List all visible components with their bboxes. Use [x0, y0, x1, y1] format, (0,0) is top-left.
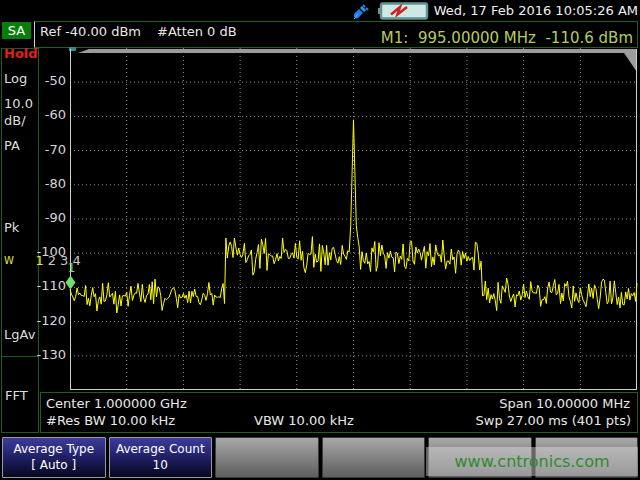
y-axis-tick-label: -120: [34, 313, 66, 328]
scale-type-label: Log: [4, 71, 27, 86]
ref-level-label: Ref -40.00 dBm: [40, 24, 141, 39]
top-status-bar: Wed, 17 Feb 2016 10:05:26 AM: [0, 0, 640, 21]
datetime-label: Wed, 17 Feb 2016 10:05:26 AM: [434, 3, 638, 18]
softkey-blank-3[interactable]: [215, 437, 319, 478]
graticule-top-band: [78, 49, 637, 53]
battery-ac-icon: [377, 2, 429, 20]
y-axis-tick-label: -130: [34, 347, 66, 362]
frequency-annotation-box: Center 1.000000 GHz Span 10.00000 MHz #R…: [40, 392, 638, 433]
scale-value-label: 10.0: [4, 96, 33, 111]
y-axis-tick-label: -110: [34, 278, 66, 293]
y-axis-tick-label: -80: [34, 176, 66, 191]
res-bw-label: #Res BW 10.00 kHz: [46, 413, 175, 428]
average-type-label: LgAv: [4, 327, 35, 342]
softkey-value: 10: [110, 457, 212, 473]
span-label: Span 10.00000 MHz: [499, 396, 630, 411]
header-readout-box: Ref -40.00 dBm #Atten 0 dB M1: 995.00000…: [34, 21, 638, 48]
softkey-average-count[interactable]: Average Count 10: [109, 437, 213, 478]
y-axis-tick-label: -100: [34, 244, 66, 259]
y-axis-tick-label: -70: [34, 142, 66, 157]
preamp-label: PA: [4, 138, 20, 153]
y-axis-tick-label: -90: [34, 210, 66, 225]
detector-label: Pk: [4, 220, 19, 235]
y-axis-tick-label: -60: [34, 107, 66, 122]
sweep-hold-label: Hold: [4, 46, 38, 61]
mode-badge-sa: SA: [2, 22, 31, 39]
softkey-average-type[interactable]: Average Type [ Auto ]: [2, 437, 106, 478]
center-frequency-label: Center 1.000000 GHz: [46, 396, 187, 411]
softkey-blank-4[interactable]: [322, 437, 426, 478]
marker-number-label: 1: [68, 261, 76, 275]
y-axis-tick-label: -50: [34, 73, 66, 88]
power-plug-icon: [352, 2, 372, 20]
softkey-value: [ Auto ]: [3, 457, 105, 473]
attenuation-label: #Atten 0 dB: [157, 24, 237, 39]
softkey-label: Average Type: [3, 441, 105, 457]
sweep-time-label: Swp 27.00 ms (401 pts): [476, 413, 631, 428]
watermark: www.cntronics.com: [426, 447, 638, 476]
marker-readout: M1: 995.00000 MHz -110.6 dBm: [381, 29, 633, 47]
scale-unit-label: dB/: [4, 113, 26, 128]
graticule-corner-wedge: [624, 53, 637, 72]
softkey-label: Average Count: [110, 441, 212, 457]
trace-state-label: W: [4, 255, 14, 266]
spectrum-plot: 1: [70, 48, 637, 390]
spectrum-analyzer-screen: Wed, 17 Feb 2016 10:05:26 AM SA Ref -40.…: [0, 0, 640, 480]
video-bw-label: VBW 10.00 kHz: [254, 413, 354, 428]
fft-label: FFT: [5, 388, 28, 403]
